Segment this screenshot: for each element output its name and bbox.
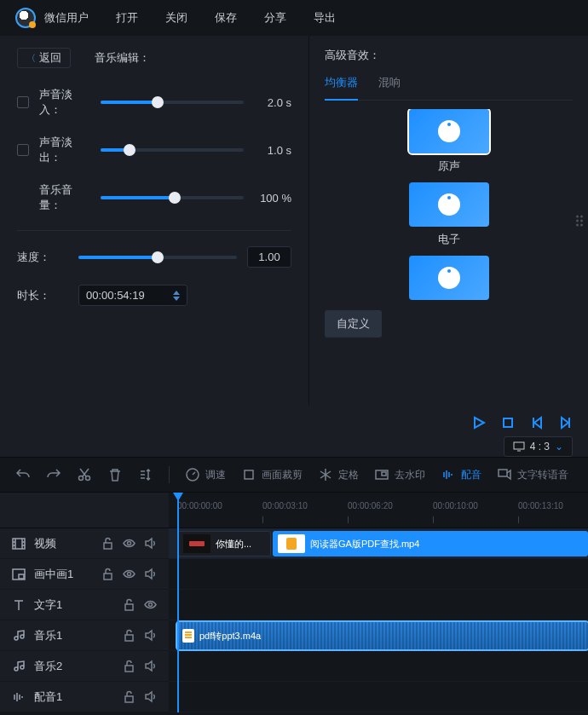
effects-panel: 高级音效： 均衡器 混响 原声 电子 自定义 [308,36,588,406]
redo-icon[interactable] [46,467,61,482]
speed-slider[interactable] [78,256,237,259]
stop-icon[interactable] [501,416,515,430]
timeline: 视频 画中画1 文字1 音乐1 音乐2 [0,493,588,712]
tracks-area[interactable]: 00:00:00:00 00:00:03:10 00:00:06:20 00:0… [169,493,588,712]
track-music2[interactable]: 音乐2 [0,651,169,682]
track-dub1[interactable]: 配音1 [0,682,169,712]
volume-label: 音乐音量： [39,182,90,213]
music2-lane[interactable] [169,651,588,682]
play-icon[interactable] [472,416,486,430]
svg-point-2 [79,476,84,481]
video-lane[interactable]: 你懂的... 阅读器GA版PDF查找.mp4 [169,528,588,559]
lock-icon[interactable] [101,537,114,550]
menu-save[interactable]: 保存 [215,10,237,26]
svg-rect-1 [514,442,524,449]
duration-value: 00:00:54:19 [86,289,145,302]
svg-rect-16 [125,604,133,610]
track-music1[interactable]: 音乐1 [0,620,169,651]
duration-input[interactable]: 00:00:54:19 [78,285,187,306]
svg-rect-14 [104,574,112,579]
delete-icon[interactable] [107,467,123,482]
eye-icon[interactable] [123,568,135,580]
preset-electronic[interactable] [409,182,489,227]
track-labels: 视频 画中画1 文字1 音乐1 音乐2 [0,493,169,712]
svg-rect-5 [245,470,253,479]
clip-video1[interactable]: 你懂的... [177,531,271,556]
tab-reverb[interactable]: 混响 [378,75,401,100]
tool-dub[interactable]: 配音 [441,467,481,482]
svg-rect-18 [125,635,133,641]
speed-label: 速度： [17,250,68,265]
eye-icon[interactable] [144,598,157,611]
tool-crop[interactable]: 画面裁剪 [241,467,303,482]
track-text1[interactable]: 文字1 [0,590,169,620]
preset-list: 原声 电子 [325,109,573,300]
cut-icon[interactable] [77,467,92,482]
sound-icon[interactable] [144,660,157,672]
tab-equalizer[interactable]: 均衡器 [325,75,358,101]
sound-icon[interactable] [144,629,157,642]
ruler-tick: 00:00:00:00 [177,501,222,510]
pip-lane[interactable] [169,559,588,590]
track-video[interactable]: 视频 [0,528,169,559]
text-lane[interactable] [169,590,588,620]
eye-icon[interactable] [123,537,135,550]
preset-item[interactable] [409,256,489,300]
dub-lane[interactable] [169,682,588,712]
fade-out-label: 声音淡出： [39,135,90,165]
track-pip1[interactable]: 画中画1 [0,559,169,590]
menu-export[interactable]: 导出 [314,10,336,26]
preset-label: 电子 [438,232,460,247]
aspect-ratio-dropdown[interactable]: 4 : 3 ⌄ [504,436,573,457]
fade-out-slider[interactable] [101,148,244,152]
fade-in-checkbox[interactable] [17,96,29,108]
lock-icon[interactable] [123,660,135,672]
menu-close[interactable]: 关闭 [165,10,187,26]
back-button[interactable]: 〈 返回 [17,48,71,68]
fade-in-slider[interactable] [101,101,244,104]
chevron-left-icon: 〈 [26,52,36,65]
duration-down-icon[interactable] [173,297,180,301]
music-edit-panel: 〈 返回 音乐编辑： 声音淡入： 2.0 s 声音淡出： 1.0 s 音乐音量： [0,36,308,406]
clip-video2[interactable]: 阅读器GA版PDF查找.mp4 [273,531,588,556]
tool-watermark[interactable]: 去水印 [374,467,425,482]
duration-up-icon[interactable] [173,291,180,295]
avatar[interactable] [15,8,36,28]
sound-icon[interactable] [144,537,157,550]
drag-handle-icon[interactable] [576,216,583,227]
playhead[interactable] [177,493,179,712]
music1-lane[interactable]: pdf转ppt3.m4a [169,620,588,651]
watermark-icon [374,467,389,482]
lock-icon[interactable] [123,629,135,642]
custom-button[interactable]: 自定义 [325,310,382,337]
clip-thumbnail [278,534,305,553]
preset-original[interactable] [409,109,489,153]
next-icon[interactable] [559,416,573,430]
speed-input[interactable]: 1.00 [247,246,291,268]
menu-share[interactable]: 分享 [264,10,286,26]
crop-icon [241,467,257,482]
lock-icon[interactable] [101,568,114,580]
sound-icon[interactable] [144,568,157,580]
sound-icon[interactable] [144,690,157,703]
svg-rect-10 [104,543,112,549]
prev-icon[interactable] [530,416,544,430]
username: 微信用户 [44,10,89,26]
undo-icon[interactable] [15,467,31,482]
menu-open[interactable]: 打开 [116,10,138,26]
fade-out-checkbox[interactable] [17,144,29,156]
volume-slider[interactable] [101,196,244,199]
split-icon[interactable] [138,467,153,482]
fade-out-value: 1.0 s [254,144,291,157]
ruler-tick: 00:00:03:10 [262,501,308,510]
clip-thumbnail [183,534,210,553]
monitor-icon [513,441,525,452]
lock-icon[interactable] [123,690,135,703]
clip-audio[interactable]: pdf转ppt3.m4a [177,622,588,649]
tool-freeze[interactable]: 定格 [318,467,359,482]
tool-speed[interactable]: 调速 [185,467,226,482]
lock-icon[interactable] [123,598,135,611]
svg-rect-0 [504,418,512,427]
time-ruler[interactable]: 00:00:00:00 00:00:03:10 00:00:06:20 00:0… [169,493,588,528]
tool-tts[interactable]: 文字转语音 [497,467,568,482]
